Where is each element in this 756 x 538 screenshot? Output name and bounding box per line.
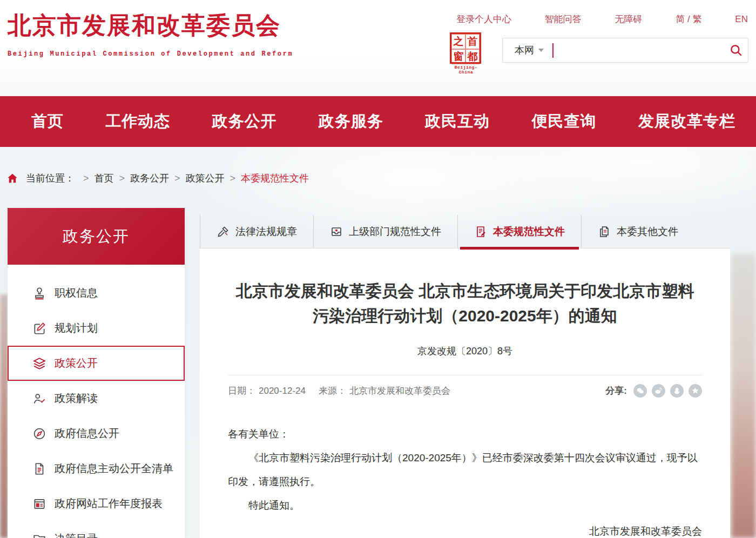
seal-char: 窗 <box>451 49 465 64</box>
beijing-china-seal-logo[interactable]: 之 首 窗 都 Beijing-China <box>450 32 482 75</box>
source-label: 来源： <box>319 386 346 396</box>
sidebar-item-label: 政策公开 <box>55 356 98 371</box>
top-link[interactable]: 智能问答 <box>545 13 582 25</box>
sidebar-item-label: 政策解读 <box>55 391 98 406</box>
top-link[interactable]: EN <box>735 14 748 25</box>
left-photo-edge <box>0 294 8 538</box>
share-button[interactable] <box>633 384 647 398</box>
tab-label: 上级部门规范性文件 <box>349 225 441 239</box>
breadcrumb: 当前位置： > 首页 > 政务公开 > 政策公开 > 本委规范性文件 <box>6 172 309 185</box>
edit-icon <box>32 321 46 335</box>
stamp-icon <box>32 286 46 300</box>
nav-item[interactable]: 发展改革专栏 <box>638 111 735 132</box>
nav-item[interactable]: 便民查询 <box>532 111 597 132</box>
share-button[interactable] <box>652 384 665 398</box>
sidebar-menu-item[interactable]: 政府信息公开 <box>8 416 185 451</box>
nav-item[interactable]: 政务服务 <box>319 111 383 132</box>
nav-item[interactable]: 政务公开 <box>212 111 277 132</box>
document-category-tabs: 法律法规规章 上级部门规范性文件 本委规范性文件 本委其他文件 <box>200 215 730 248</box>
top-link[interactable]: 无障碍 <box>615 13 643 25</box>
breadcrumb-items: > 首页 > 政务公开 > 政策公开 > 本委规范性文件 <box>78 172 309 185</box>
search-icon <box>729 43 743 57</box>
search-scope-dropdown[interactable]: 本网 <box>515 44 544 57</box>
tab[interactable]: 上级部门规范性文件 <box>313 215 457 248</box>
sidebar-item-label: 政府信息公开 <box>55 426 119 441</box>
top-link[interactable]: 简 / 繁 <box>676 13 701 25</box>
article-source: 北京市发展和改革委员会 <box>349 386 450 396</box>
share-button[interactable] <box>670 384 684 398</box>
nav-item[interactable]: 政民互动 <box>425 111 490 132</box>
report-icon <box>32 497 46 511</box>
divider <box>228 375 702 375</box>
seal-char: 都 <box>465 49 480 64</box>
share-button[interactable] <box>688 384 702 398</box>
share-label: 分享: <box>605 385 627 397</box>
home-icon[interactable] <box>6 172 18 184</box>
breadcrumb-label: 当前位置： <box>26 172 75 185</box>
tab-label: 本委其他文件 <box>617 225 678 239</box>
chevron-down-icon <box>538 49 544 52</box>
sidebar-menu-item[interactable]: 政府信息主动公开全清单 <box>8 451 185 486</box>
document-icon <box>32 462 46 476</box>
breadcrumb-item: > 本委规范性文件 <box>225 172 309 185</box>
breadcrumb-separator: > <box>83 173 89 184</box>
salutation: 各有关单位： <box>228 422 702 446</box>
sidebar-menu-item[interactable]: 政策公开 <box>8 346 185 381</box>
wechat-icon <box>636 386 645 395</box>
seal-grid: 之 首 窗 都 <box>450 32 481 64</box>
inbox-icon <box>330 225 343 238</box>
seal-icon <box>217 225 230 238</box>
top-link[interactable]: 登录个人中心 <box>456 13 511 25</box>
sidebar-menu-item[interactable]: 规划计划 <box>8 311 185 346</box>
sidebar-menu-item[interactable]: 职权信息 <box>8 275 185 311</box>
sidebar: 政务公开 职权信息 规划计划 政策公开 政策解读 <box>8 208 185 538</box>
logo-subtitle: Beijing Municipal Commission of Developm… <box>8 50 293 58</box>
sidebar-item-label: 政府信息主动公开全清单 <box>55 461 173 476</box>
right-photo-edge <box>731 254 756 538</box>
tab-label: 法律法规规章 <box>235 225 297 239</box>
signature: 北京市发展和改革委员会 <box>228 520 702 538</box>
nav-item[interactable]: 工作动态 <box>105 111 170 132</box>
seal-caption: Beijing-China <box>450 65 482 75</box>
sidebar-item-label: 政府网站工作年度报表 <box>55 496 163 511</box>
tab-label: 本委规范性文件 <box>493 225 565 239</box>
tab[interactable]: 法律法规规章 <box>200 215 313 248</box>
breadcrumb-link[interactable]: 本委规范性文件 <box>241 172 309 185</box>
article-meta: 日期：2020-12-24来源：北京市发展和改革委员会 <box>228 385 454 397</box>
breadcrumb-item: > 政务公开 <box>114 172 170 185</box>
sidebar-menu-item[interactable]: 政府网站工作年度报表 <box>8 486 185 521</box>
sidebar-menu-item[interactable]: 政策解读 <box>8 381 185 416</box>
sidebar-menu-item[interactable]: 决策目录 <box>8 521 185 538</box>
breadcrumb-item: > 首页 <box>78 172 114 185</box>
site-search-box: 本网 <box>502 38 748 63</box>
person-check-icon <box>32 392 46 406</box>
body-paragraph: 特此通知。 <box>228 494 702 517</box>
article-date: 2020-12-24 <box>259 386 306 396</box>
layers-icon <box>32 357 46 371</box>
logo-title: 北京市发展和改革委员会 <box>8 10 293 42</box>
top-utility-links: 登录个人中心智能问答无障碍简 / 繁EN <box>456 13 748 25</box>
date-label: 日期： <box>228 386 255 396</box>
qq-icon <box>672 386 681 395</box>
site-logo[interactable]: 北京市发展和改革委员会 Beijing Municipal Commission… <box>8 10 293 58</box>
search-input[interactable] <box>554 39 724 61</box>
breadcrumb-separator: > <box>230 173 236 184</box>
sidebar-menu: 职权信息 规划计划 政策公开 政策解读 政府信息公开 <box>8 265 185 538</box>
weibo-icon <box>654 386 663 395</box>
sidebar-item-label: 职权信息 <box>55 286 98 300</box>
search-scope-label: 本网 <box>515 44 534 57</box>
share-area: 分享: <box>605 384 702 398</box>
breadcrumb-link[interactable]: 政策公开 <box>186 172 225 185</box>
tab[interactable]: 本委规范性文件 <box>457 215 581 248</box>
nav-item[interactable]: 首页 <box>31 111 64 132</box>
breadcrumb-link[interactable]: 首页 <box>94 172 114 185</box>
doc-copy-icon <box>598 225 611 238</box>
qzone-icon <box>691 386 700 395</box>
breadcrumb-item: > 政策公开 <box>169 172 225 185</box>
breadcrumb-link[interactable]: 政务公开 <box>130 172 169 185</box>
sidebar-title: 政务公开 <box>8 208 185 265</box>
share-buttons <box>633 384 702 398</box>
tab[interactable]: 本委其他文件 <box>581 215 694 248</box>
compass-icon <box>32 427 46 441</box>
search-button[interactable] <box>724 38 748 62</box>
